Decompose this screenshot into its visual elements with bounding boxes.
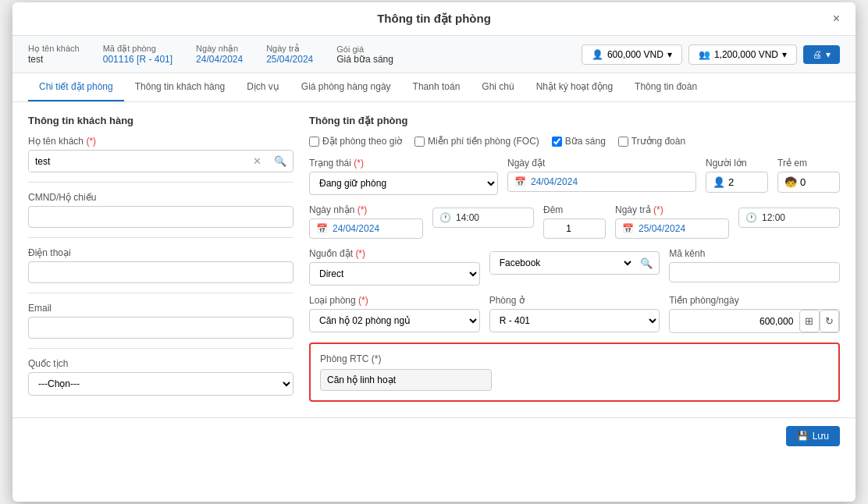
ngay-nhan-date-value: 24/04/2024 (333, 223, 379, 234)
checkbox-bua-sang-input[interactable] (552, 137, 562, 147)
ngay-dat-input[interactable]: 📅 24/04/2024 (507, 172, 696, 192)
btn-1200-vnd[interactable]: 👥 1,200,000 VND ▾ (688, 44, 797, 65)
btn-1200-label: 1,200,000 VND (714, 49, 778, 60)
btn-600-vnd[interactable]: 👤 600,000 VND ▾ (582, 44, 682, 65)
ma-kenh-input[interactable] (669, 262, 840, 282)
facebook-select[interactable]: Facebook (490, 252, 635, 274)
tien-phong-wrap: ⊞ ↻ (669, 309, 840, 333)
dien-thoai-label: Điện thoại (28, 247, 293, 258)
right-panel: Thông tin đặt phòng Đặt phòng theo giờ M… (309, 115, 840, 405)
ngay-nhan-date-input[interactable]: 📅 24/04/2024 (309, 218, 423, 239)
checkbox-truong-doan-input[interactable] (618, 137, 628, 147)
col-ngay-dat: Ngày đặt 📅 24/04/2024 (507, 158, 696, 195)
tre-em-value: 0 (800, 176, 806, 188)
divider-4 (28, 348, 293, 349)
search-icon[interactable]: 🔍 (268, 151, 293, 172)
info-goi-gia: Gói giá Giá bữa sáng (336, 44, 393, 65)
col-dem: Đêm (543, 204, 606, 239)
phong-rtc-input[interactable] (320, 369, 492, 391)
checkbox-dat-phong-theo-gio[interactable]: Đặt phòng theo giờ (309, 136, 402, 147)
clear-icon[interactable]: ✕ (247, 151, 268, 172)
tab-dich-vu[interactable]: Dịch vụ (236, 73, 290, 101)
ho-ten-input[interactable] (29, 151, 247, 172)
ngay-nhan-form-label: Ngày nhận (*) (309, 204, 423, 215)
checkin-time-input[interactable]: 🕐 14:00 (432, 208, 534, 228)
save-icon: 💾 (797, 431, 809, 442)
nguoi-lon-label: Người lớn (706, 158, 768, 169)
facebook-search-icon[interactable]: 🔍 (634, 253, 659, 274)
tab-thong-tin-khach-hang[interactable]: Thông tin khách hàng (124, 73, 236, 101)
ngay-dat-value: 24/04/2024 (531, 176, 578, 187)
col-check-in-time: 🕐 14:00 (432, 204, 534, 239)
ho-ten-khach-label: Họ tên khách (*) (28, 136, 293, 147)
col-ma-kenh: Mã kênh (669, 248, 840, 286)
print-button[interactable]: 🖨 ▾ (803, 45, 840, 64)
checkout-time-value: 12:00 (762, 212, 785, 223)
checkout-time-input[interactable]: 🕐 12:00 (738, 208, 840, 228)
close-button[interactable]: × (833, 12, 840, 26)
ngay-dat-label: Ngày đặt (507, 158, 696, 169)
phong-rtc-box: Phòng RTC (*) (309, 343, 840, 402)
calculator-icon[interactable]: ⊞ (799, 310, 819, 332)
nguon-dat-select[interactable]: Direct (309, 262, 480, 286)
left-panel: Thông tin khách hàng Họ tên khách (*) ✕ … (28, 115, 293, 405)
checkbox-mien-phi[interactable]: Miễn phí tiền phòng (FOC) (414, 136, 539, 147)
ngay-nhan-value: 24/04/2024 (196, 54, 243, 65)
dem-input[interactable] (543, 218, 606, 239)
col-ngay-tra: Ngày trả (*) 📅 25/04/2024 (615, 204, 729, 239)
booking-modal: Thông tin đặt phòng × Họ tên khách test … (12, 2, 856, 502)
quoc-tich-select[interactable]: ---Chọn--- (28, 372, 293, 396)
form-group-dien-thoai: Điện thoại (28, 247, 293, 283)
clock-icon: 🕐 (439, 212, 451, 223)
tab-ghi-chu[interactable]: Ghi chú (471, 73, 525, 101)
dien-thoai-input[interactable] (28, 261, 293, 283)
email-label: Email (28, 303, 293, 314)
save-button[interactable]: 💾 Lưu (786, 426, 840, 446)
phong-o-select[interactable]: R - 401 (489, 309, 660, 332)
cmnd-label: CMND/Hộ chiếu (28, 192, 293, 203)
info-ho-ten: Họ tên khách test (28, 44, 80, 65)
col-loai-phong: Loại phòng (*) Căn hộ 02 phòng ngủ (309, 295, 480, 333)
dem-label: Đêm (543, 204, 606, 215)
row-loai-phong: Loại phòng (*) Căn hộ 02 phòng ngủ Phòng… (309, 295, 840, 333)
info-ngay-nhan: Ngày nhận 24/04/2024 (196, 44, 243, 65)
checkbox-bua-sang[interactable]: Bữa sáng (552, 136, 606, 147)
calendar-icon-3: 📅 (622, 223, 634, 234)
tab-nhat-ky-hoat-dong[interactable]: Nhật ký hoạt động (525, 73, 624, 101)
tab-gia-phong-hang-ngay[interactable]: Giá phòng hàng ngày (290, 73, 402, 101)
ho-ten-value: test (28, 54, 80, 65)
info-ma-dat-phong: Mã đặt phòng 001116 [R - 401] (103, 44, 173, 65)
form-group-quoc-tich: Quốc tịch ---Chọn--- (28, 358, 293, 396)
checkbox-mien-phi-input[interactable] (414, 137, 425, 147)
tab-thong-tin-doan[interactable]: Thông tin đoàn (624, 73, 708, 101)
tab-thanh-toan[interactable]: Thanh toán (402, 73, 471, 101)
modal-header: Thông tin đặt phòng × (12, 2, 856, 36)
trang-thai-select[interactable]: Đang giữ phòng (309, 172, 498, 195)
loai-phong-label: Loại phòng (*) (309, 295, 480, 306)
tien-phong-input[interactable] (670, 311, 799, 332)
calendar-icon: 📅 (514, 176, 526, 187)
col-tien-phong: Tiền phòng/ngày ⊞ ↻ (669, 295, 840, 333)
checkbox-dat-phong-input[interactable] (309, 137, 319, 147)
email-input[interactable] (28, 317, 293, 339)
tab-chi-tiet-dat-phong[interactable]: Chi tiết đặt phòng (28, 73, 124, 101)
form-group-email: Email (28, 303, 293, 339)
col-phong-o: Phòng ở R - 401 (489, 295, 660, 333)
info-bar: Họ tên khách test Mã đặt phòng 001116 [R… (12, 36, 856, 73)
cmnd-input[interactable] (28, 206, 293, 228)
col-nguoi-lon: Người lớn 👤 2 (706, 158, 768, 195)
loai-phong-select[interactable]: Căn hộ 02 phòng ngủ (309, 309, 480, 332)
child-icon: 🧒 (784, 176, 797, 188)
ngay-nhan-label: Ngày nhận (196, 44, 243, 54)
tre-em-label: Trẻ em (777, 158, 840, 169)
btn-600-label: 600,000 VND (607, 49, 663, 60)
nguoi-lon-value: 2 (728, 176, 734, 188)
checkbox-truong-doan[interactable]: Trưởng đoàn (618, 136, 685, 147)
row-nguon-dat: Nguồn đặt (*) Direct Facebook 🔍 M (309, 248, 840, 286)
left-section-title: Thông tin khách hàng (28, 115, 293, 126)
ngay-tra-date-input[interactable]: 📅 25/04/2024 (615, 218, 729, 239)
goi-gia-value: Giá bữa sáng (336, 54, 393, 65)
ma-dat-phong-label: Mã đặt phòng (103, 44, 173, 54)
col-nguon-dat: Nguồn đặt (*) Direct (309, 248, 480, 286)
refresh-icon[interactable]: ↻ (820, 310, 839, 332)
